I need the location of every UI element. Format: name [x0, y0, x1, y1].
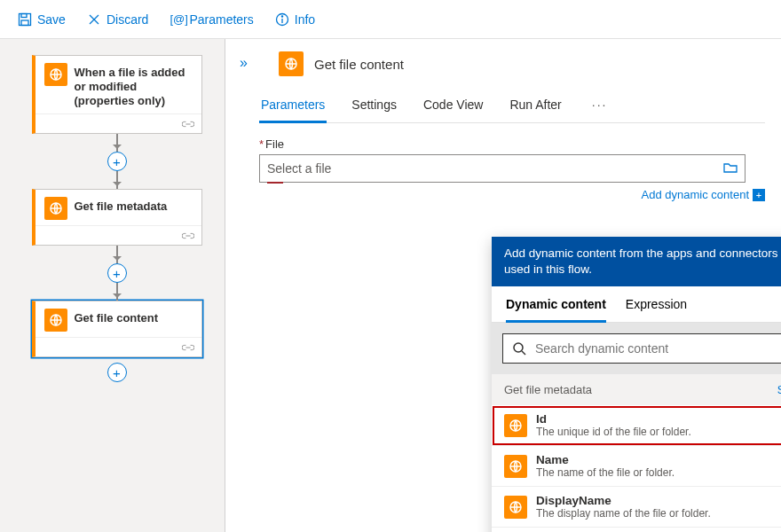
svg-point-7	[281, 15, 282, 16]
dc-banner-text: Add dynamic content from the apps and co…	[504, 246, 781, 278]
link-icon	[182, 120, 194, 129]
add-step-button[interactable]: +	[107, 152, 127, 171]
file-field-label: *File	[259, 137, 765, 151]
discard-label: Discard	[106, 12, 148, 27]
sharepoint-icon	[504, 496, 527, 519]
svg-rect-2	[21, 20, 28, 26]
add-dynamic-content-link[interactable]: Add dynamic content +	[642, 188, 765, 201]
tab-settings[interactable]: Settings	[350, 94, 398, 122]
info-label: Info	[295, 12, 315, 27]
sharepoint-icon	[279, 51, 304, 76]
dc-list[interactable]: Get file metadata See more IdThe unique …	[492, 374, 781, 532]
svg-line-13	[522, 351, 525, 355]
dc-item-id[interactable]: IdThe unique id of the file or folder.	[492, 405, 781, 446]
info-button[interactable]: Info	[266, 7, 324, 32]
parameters-icon: [@]	[170, 12, 184, 27]
close-icon	[87, 12, 101, 27]
add-step-button[interactable]: +	[107, 363, 127, 382]
file-placeholder: Select a file	[267, 161, 331, 176]
flow-step-content[interactable]: Get file content	[32, 301, 202, 357]
link-icon	[182, 231, 194, 240]
flow-canvas: When a file is added or modified (proper…	[0, 39, 225, 532]
tab-parameters[interactable]: Parameters	[259, 94, 327, 123]
plus-icon: +	[753, 189, 765, 201]
parameters-label: Parameters	[189, 12, 253, 27]
dc-section-header: Get file metadata See more	[492, 374, 781, 405]
file-input[interactable]: Select a file	[259, 154, 746, 183]
dc-item-name[interactable]: NameThe name of the file or folder.	[492, 446, 781, 487]
parameters-button[interactable]: [@] Parameters	[161, 7, 262, 32]
flow-step-metadata[interactable]: Get file metadata	[32, 189, 202, 246]
detail-panel: » Get file content Parameters Settings C…	[225, 39, 781, 532]
flow-step-title: When a file is added or modified (proper…	[75, 63, 193, 108]
sharepoint-icon	[44, 63, 67, 86]
sharepoint-icon	[504, 455, 527, 478]
link-icon	[182, 343, 194, 352]
dynamic-content-popup: Add dynamic content from the apps and co…	[492, 237, 781, 532]
dc-item-displayname[interactable]: DisplayNameThe display name of the file …	[492, 487, 781, 528]
tab-codeview[interactable]: Code View	[422, 94, 485, 122]
collapse-button[interactable]: »	[240, 55, 244, 71]
dc-search[interactable]	[502, 333, 781, 364]
dc-tab-expression[interactable]: Expression	[626, 297, 687, 322]
save-icon	[18, 12, 32, 27]
flow-step-title: Get file content	[75, 309, 159, 325]
flow-step-trigger[interactable]: When a file is added or modified (proper…	[32, 55, 202, 134]
dc-banner: Add dynamic content from the apps and co…	[492, 237, 781, 286]
flow-step-title: Get file metadata	[75, 197, 168, 214]
tab-runafter[interactable]: Run After	[508, 94, 563, 122]
dc-item-path[interactable]: PathThe path of the file or folder.	[492, 528, 781, 532]
add-step-button[interactable]: +	[107, 263, 127, 283]
dc-search-input[interactable]	[535, 341, 781, 356]
dc-tab-dynamic[interactable]: Dynamic content	[506, 297, 606, 323]
tab-more[interactable]: ···	[587, 94, 613, 122]
sharepoint-icon	[44, 197, 67, 220]
error-indicator	[267, 182, 283, 184]
svg-point-12	[514, 343, 523, 352]
dc-see-more[interactable]: See more	[777, 383, 781, 396]
toolbar: Save Discard [@] Parameters Info	[0, 0, 781, 39]
info-icon	[275, 12, 289, 27]
svg-rect-1	[21, 13, 27, 17]
save-button[interactable]: Save	[9, 7, 75, 32]
save-label: Save	[37, 12, 66, 27]
panel-tabs: Parameters Settings Code View Run After …	[259, 94, 765, 123]
folder-picker-button[interactable]	[723, 161, 738, 176]
search-icon	[512, 341, 526, 356]
panel-title: Get file content	[314, 57, 404, 72]
sharepoint-icon	[44, 309, 67, 332]
sharepoint-icon	[504, 414, 527, 437]
discard-button[interactable]: Discard	[78, 7, 157, 32]
